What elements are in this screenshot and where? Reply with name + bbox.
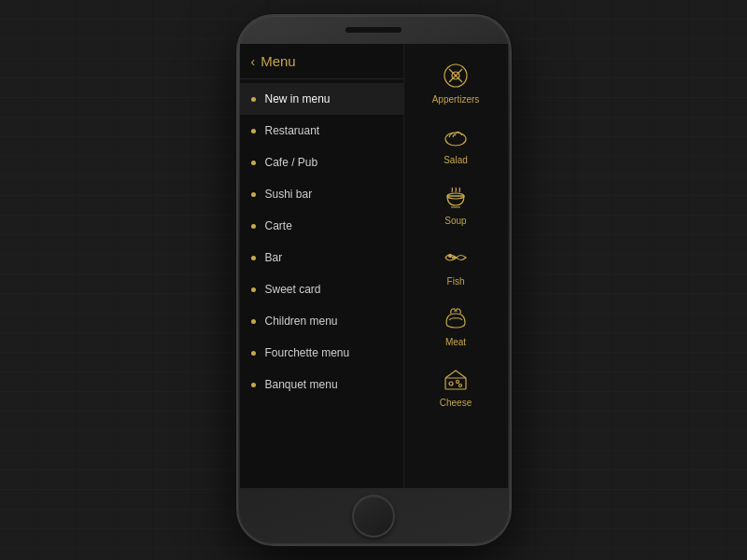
sidebar-item-cafe-pub[interactable]: Cafe / Pub (240, 147, 403, 178)
menu-item-label: Cafe / Pub (265, 156, 318, 169)
sidebar-item-new-in-menu[interactable]: New in menu (240, 83, 403, 115)
screen-content: ‹ Menu New in menu Restaruant Cafe / Pu (240, 44, 508, 488)
salad-icon (439, 119, 472, 153)
category-label: Appertizers (432, 94, 480, 105)
category-soup[interactable]: Soup (404, 173, 508, 233)
svg-point-8 (449, 255, 452, 258)
home-button[interactable] (352, 495, 395, 538)
category-salad[interactable]: Salad (404, 112, 508, 173)
svg-point-4 (445, 133, 466, 146)
phone-speaker (345, 27, 402, 33)
phone-screen: ‹ Menu New in menu Restaruant Cafe / Pu (240, 44, 508, 488)
bullet-icon (251, 351, 256, 356)
bullet-icon (251, 224, 256, 229)
bullet-icon (251, 161, 256, 165)
menu-item-label: Banquet menu (265, 378, 338, 391)
cheese-icon (439, 362, 472, 396)
sidebar-item-children-menu[interactable]: Children menu (240, 305, 403, 337)
menu-panel: ‹ Menu New in menu Restaruant Cafe / Pu (240, 44, 403, 488)
svg-point-11 (457, 381, 459, 384)
phone-shell: ‹ Menu New in menu Restaruant Cafe / Pu (236, 14, 512, 546)
soup-icon (439, 180, 472, 214)
meat-icon (439, 301, 472, 335)
bullet-icon (251, 97, 256, 102)
category-cheese[interactable]: Cheese (404, 355, 508, 415)
bullet-icon (251, 256, 256, 260)
fish-icon (439, 241, 472, 274)
sidebar-item-bar[interactable]: Bar (240, 242, 403, 273)
bullet-icon (251, 287, 256, 292)
sidebar-item-fourchette-menu[interactable]: Fourchette menu (240, 337, 403, 369)
back-arrow-icon[interactable]: ‹ (251, 54, 256, 69)
category-label: Fish (447, 276, 465, 287)
menu-item-label: Children menu (265, 315, 338, 328)
category-label: Meat (445, 337, 466, 347)
bullet-icon (251, 129, 256, 133)
sidebar-item-sushi-bar[interactable]: Sushi bar (240, 178, 403, 210)
category-label: Salad (444, 155, 468, 165)
svg-point-12 (459, 385, 462, 387)
bullet-icon (251, 319, 256, 324)
menu-item-label: Carte (265, 219, 292, 232)
category-meat[interactable]: Meat (404, 294, 508, 355)
category-label: Cheese (440, 398, 472, 408)
sidebar-item-sweet-card[interactable]: Sweet card (240, 273, 403, 305)
category-label: Soup (444, 216, 466, 226)
appetizers-icon (439, 59, 472, 92)
category-fish[interactable]: Fish (404, 233, 508, 294)
sidebar-item-banquet-menu[interactable]: Banquet menu (240, 369, 403, 400)
menu-item-label: Restaruant (265, 124, 320, 137)
phone-top (238, 16, 510, 44)
svg-point-10 (449, 382, 453, 385)
menu-title: Menu (261, 53, 296, 69)
menu-header: ‹ Menu (240, 44, 403, 79)
menu-item-label: Fourchette menu (265, 346, 350, 359)
sidebar-item-restaurant[interactable]: Restaruant (240, 115, 403, 147)
menu-item-label: Bar (265, 251, 283, 264)
menu-item-label: Sweet card (265, 283, 321, 296)
bullet-icon (251, 192, 256, 197)
phone-bottom (238, 488, 510, 544)
menu-items-list: New in menu Restaruant Cafe / Pub Sushi … (240, 79, 403, 488)
categories-panel: Appertizers Salad (403, 44, 508, 488)
sidebar-item-carte[interactable]: Carte (240, 210, 403, 242)
menu-item-label: Sushi bar (265, 188, 313, 201)
bullet-icon (251, 383, 256, 387)
menu-item-label: New in menu (265, 92, 331, 105)
svg-rect-9 (445, 378, 466, 389)
category-appetizers[interactable]: Appertizers (404, 51, 508, 112)
